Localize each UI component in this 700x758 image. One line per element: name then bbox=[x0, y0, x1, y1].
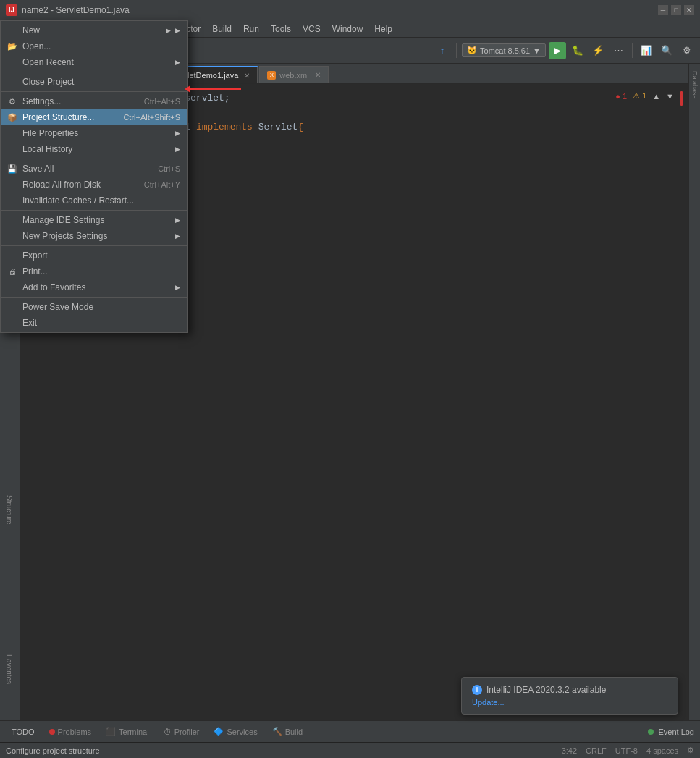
menu-print-label: Print... bbox=[22, 266, 48, 277]
structure-side-tab[interactable]: Structure bbox=[0, 492, 14, 528]
save-all-shortcut: Ctrl+S bbox=[158, 164, 180, 173]
nav-up[interactable]: ▲ bbox=[652, 92, 660, 101]
event-log-dot bbox=[648, 729, 654, 735]
tab-close-servlet[interactable]: ✕ bbox=[244, 72, 250, 80]
tab-label-webxml: web.xml bbox=[279, 71, 308, 80]
profile-button[interactable]: 📊 bbox=[638, 42, 655, 59]
minimize-button[interactable]: ─ bbox=[658, 5, 668, 15]
tab-close-webxml[interactable]: ✕ bbox=[315, 71, 321, 79]
menu-file-properties-label: File Properties bbox=[22, 128, 78, 138]
menu-open[interactable]: 📂 Open... bbox=[1, 38, 187, 54]
menu-window[interactable]: Window bbox=[326, 22, 369, 36]
indent-info[interactable]: 4 spaces bbox=[646, 746, 678, 755]
status-right: 3:42 CRLF UTF-8 4 spaces ⚙ bbox=[562, 746, 694, 755]
menu-settings-label: Settings... bbox=[22, 96, 61, 106]
line-separator[interactable]: CRLF bbox=[586, 746, 607, 755]
error-count: ● 1 bbox=[615, 92, 627, 101]
vcs-icon[interactable]: ↑ bbox=[434, 42, 451, 59]
menu-local-history-label: Local History bbox=[22, 144, 72, 154]
project-structure-icon: 📦 bbox=[7, 113, 18, 122]
menu-new[interactable]: New ▶ bbox=[1, 22, 187, 38]
menu-reload[interactable]: Reload All from Disk Ctrl+Alt+Y bbox=[1, 177, 187, 193]
toolbar-sep-3 bbox=[632, 43, 633, 58]
menu-power-save-label: Power Save Mode bbox=[22, 302, 93, 312]
info-icon: i bbox=[472, 685, 482, 695]
right-sidebar: Database bbox=[688, 64, 700, 720]
recent-submenu-indicator: ▶ bbox=[175, 59, 180, 66]
app-icon: IJ bbox=[6, 4, 17, 16]
new-submenu-indicator: ▶ bbox=[166, 27, 180, 34]
error-badge: ● 1 ⚠ 1 ▲ ▼ bbox=[615, 91, 674, 101]
menu-project-structure[interactable]: 📦 Project Structure... Ctrl+Alt+Shift+S bbox=[1, 109, 187, 125]
tab-problems-label: Problems bbox=[58, 728, 91, 736]
menu-local-history[interactable]: Local History ▶ bbox=[1, 141, 187, 157]
cursor-position: 3:42 bbox=[562, 746, 577, 755]
menu-export[interactable]: Export bbox=[1, 248, 187, 264]
menu-tools[interactable]: Tools bbox=[265, 22, 297, 36]
more-button[interactable]: ⋯ bbox=[610, 42, 627, 59]
menu-run[interactable]: Run bbox=[237, 22, 265, 36]
run-config-selector[interactable]: 🐱 Tomcat 8.5.61 ▼ bbox=[462, 43, 546, 57]
menu-power-save[interactable]: Power Save Mode bbox=[1, 299, 187, 315]
menu-exit-label: Exit bbox=[22, 318, 37, 328]
menu-new-projects-settings[interactable]: New Projects Settings ▶ bbox=[1, 228, 187, 244]
menu-save-all[interactable]: 💾 Save All Ctrl+S bbox=[1, 161, 187, 177]
reload-shortcut: Ctrl+Alt+Y bbox=[144, 180, 180, 189]
menu-manage-ide[interactable]: Manage IDE Settings ▶ bbox=[1, 212, 187, 228]
nav-down[interactable]: ▼ bbox=[666, 92, 674, 101]
menu-new-label: New bbox=[22, 25, 40, 35]
menu-project-structure-label: Project Structure... bbox=[22, 112, 94, 122]
tab-terminal[interactable]: ⬛ Terminal bbox=[100, 725, 155, 738]
menu-invalidate[interactable]: Invalidate Caches / Restart... bbox=[1, 193, 187, 209]
file-menu-overlay: New ▶ 📂 Open... Open Recent ▶ Close Proj… bbox=[0, 20, 188, 333]
bottom-bar: TODO Problems ⬛ Terminal ⏱ Profiler 🔷 Se… bbox=[0, 720, 700, 742]
tab-webxml[interactable]: X web.xml ✕ bbox=[259, 66, 328, 83]
manage-ide-submenu-indicator: ▶ bbox=[175, 216, 180, 224]
debug-button[interactable]: 🐛 bbox=[569, 42, 586, 59]
status-bar: Configure project structure 3:42 CRLF UT… bbox=[0, 742, 700, 758]
file-props-submenu-indicator: ▶ bbox=[175, 130, 180, 137]
menu-settings[interactable]: ⚙ Settings... Ctrl+Alt+S bbox=[1, 93, 187, 109]
open-icon: 📂 bbox=[7, 42, 18, 51]
coverage-button[interactable]: ⚡ bbox=[589, 42, 607, 59]
tab-services[interactable]: 🔷 Services bbox=[208, 725, 263, 738]
run-button[interactable]: ▶ bbox=[549, 42, 566, 59]
menu-close-project[interactable]: Close Project bbox=[1, 74, 187, 90]
tomcat-label: Tomcat 8.5.61 bbox=[480, 46, 530, 55]
dropdown-icon[interactable]: ▼ bbox=[533, 46, 541, 55]
favorites-side-tab[interactable]: Favorites bbox=[0, 652, 14, 687]
encoding[interactable]: UTF-8 bbox=[615, 746, 638, 755]
status-message[interactable]: Configure project structure bbox=[6, 746, 100, 755]
menu-add-to-favorites[interactable]: Add to Favorites ▶ bbox=[1, 279, 187, 295]
event-log-label[interactable]: Event Log bbox=[658, 728, 694, 736]
maximize-button[interactable]: □ bbox=[671, 5, 681, 15]
sep-4 bbox=[1, 210, 187, 211]
tab-profiler-label: Profiler bbox=[174, 728, 200, 736]
notification-header: i IntelliJ IDEA 2020.3.2 available bbox=[472, 685, 667, 695]
file-menu: New ▶ 📂 Open... Open Recent ▶ Close Proj… bbox=[0, 20, 188, 333]
menu-help[interactable]: Help bbox=[368, 22, 398, 36]
menu-exit[interactable]: Exit bbox=[1, 315, 187, 331]
update-link[interactable]: Update... bbox=[472, 698, 667, 707]
tab-problems[interactable]: Problems bbox=[43, 725, 97, 738]
search-button[interactable]: 🔍 bbox=[658, 42, 675, 59]
save-icon: 💾 bbox=[7, 164, 18, 174]
menu-vcs[interactable]: VCS bbox=[297, 22, 326, 36]
menu-save-all-label: Save All bbox=[22, 164, 54, 174]
menu-file-properties[interactable]: File Properties ▶ bbox=[1, 125, 187, 141]
settings-button[interactable]: ⚙ bbox=[678, 42, 696, 59]
close-button[interactable]: ✕ bbox=[684, 5, 694, 15]
red-arrow bbox=[185, 85, 241, 93]
window-controls[interactable]: ─ □ ✕ bbox=[658, 5, 694, 15]
git-icon: ⚙ bbox=[687, 746, 694, 755]
toolbar-sep-2 bbox=[456, 43, 457, 58]
tab-build[interactable]: 🔨 Build bbox=[266, 725, 308, 738]
tab-todo[interactable]: TODO bbox=[6, 725, 41, 738]
menu-reload-label: Reload All from Disk bbox=[22, 180, 101, 190]
database-label[interactable]: Database bbox=[691, 71, 699, 99]
menu-open-recent[interactable]: Open Recent ▶ bbox=[1, 54, 187, 70]
settings-icon: ⚙ bbox=[7, 97, 18, 106]
tab-profiler[interactable]: ⏱ Profiler bbox=[158, 725, 206, 738]
menu-build[interactable]: Build bbox=[206, 22, 237, 36]
menu-print[interactable]: 🖨 Print... bbox=[1, 264, 187, 279]
